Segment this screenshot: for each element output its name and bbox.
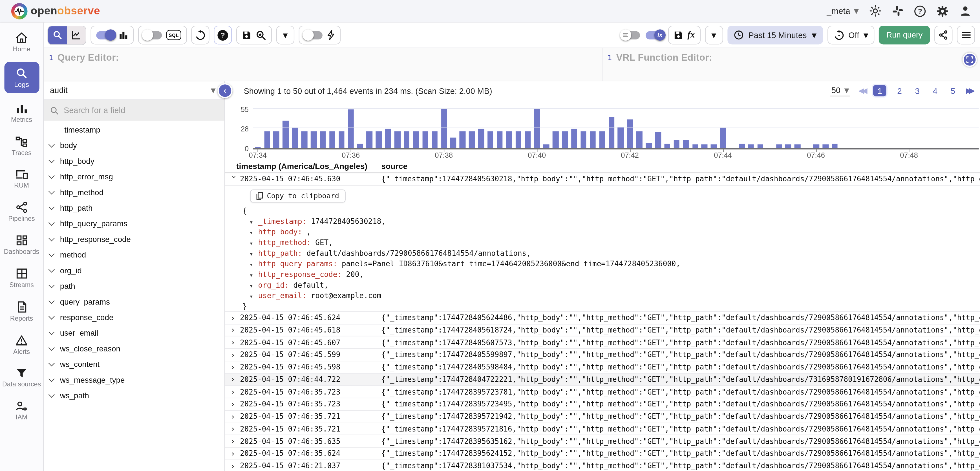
sidebar-item-iam[interactable]: IAM: [2, 397, 41, 423]
field-list-item[interactable]: http_error_msg: [44, 169, 224, 185]
page-number-button[interactable]: 1: [873, 85, 887, 96]
field-list-item[interactable]: method: [44, 247, 224, 263]
sidebar-item-home[interactable]: Home: [2, 29, 41, 55]
quick-mode-toggle[interactable]: [304, 31, 323, 39]
help-icon[interactable]: ?: [914, 5, 926, 17]
saved-views-icon[interactable]: [256, 30, 266, 40]
collapse-triangle-icon[interactable]: ▾: [250, 270, 258, 281]
table-row[interactable]: ›2025-04-15 07:46:35.624{"_timestamp":17…: [225, 447, 980, 460]
collapse-triangle-icon[interactable]: ▾: [250, 259, 258, 270]
field-list-item[interactable]: http_path: [44, 200, 224, 215]
chevron-right-icon[interactable]: ›: [231, 387, 240, 396]
table-row[interactable]: ›2025-04-15 07:46:45.618{"_timestamp":17…: [225, 324, 980, 336]
page-number-button[interactable]: 3: [913, 86, 922, 96]
chevron-right-icon[interactable]: ›: [231, 313, 240, 322]
histogram-toggle[interactable]: [96, 31, 114, 39]
chevron-right-icon[interactable]: ›: [231, 337, 240, 347]
sidebar-item-rum[interactable]: RUM: [2, 165, 41, 191]
save-function-icon[interactable]: [674, 30, 683, 40]
page-number-button[interactable]: 2: [894, 86, 904, 96]
vrl-function-toggle[interactable]: fx: [646, 31, 664, 39]
histogram-chart[interactable]: 0285507:3407:3607:3807:4007:4207:4407:46…: [225, 100, 980, 160]
share-link-button[interactable]: [934, 25, 952, 45]
collapse-triangle-icon[interactable]: ▾: [250, 249, 258, 259]
chevron-right-icon[interactable]: ›: [231, 424, 240, 433]
auto-refresh-selector[interactable]: Off ▼: [827, 25, 875, 45]
field-list-item[interactable]: user_email: [44, 325, 224, 341]
sidebar-item-data-sources[interactable]: Data sources: [2, 365, 41, 390]
field-list-item[interactable]: _timestamp: [44, 122, 224, 137]
page-number-button[interactable]: 5: [948, 86, 958, 96]
field-list-item[interactable]: org_id: [44, 263, 224, 278]
sidebar-item-dashboards[interactable]: Dashboards: [2, 231, 41, 258]
field-list-item[interactable]: http_method: [44, 185, 224, 200]
chevron-right-icon[interactable]: ›: [231, 399, 240, 409]
more-menu-button[interactable]: [957, 25, 975, 45]
table-row-expanded[interactable]: › 2025-04-15 07:46:45.630 {"_timestamp":…: [225, 173, 980, 186]
field-list-item[interactable]: response_code: [44, 309, 224, 325]
field-list-item[interactable]: ws_message_type: [44, 372, 224, 388]
sidebar-item-alerts[interactable]: Alerts: [2, 331, 41, 358]
expand-editor-button[interactable]: [963, 53, 977, 67]
field-list-item[interactable]: body: [44, 138, 224, 153]
chevron-right-icon[interactable]: ›: [231, 461, 240, 471]
query-help-button[interactable]: ?: [214, 25, 232, 45]
page-number-button[interactable]: 4: [931, 86, 940, 96]
chevron-right-icon[interactable]: ›: [231, 363, 240, 372]
field-list-item[interactable]: http_response_code: [44, 231, 224, 247]
theme-toggle-icon[interactable]: [869, 5, 881, 17]
chevron-right-icon[interactable]: ›: [231, 449, 240, 458]
field-search-input[interactable]: [64, 106, 201, 115]
sidebar-item-reports[interactable]: Reports: [2, 298, 41, 325]
chevron-right-icon[interactable]: ›: [231, 325, 240, 335]
user-account-icon[interactable]: [959, 5, 971, 17]
table-row[interactable]: ›2025-04-15 07:46:35.723{"_timestamp":17…: [225, 398, 980, 411]
table-row[interactable]: ›2025-04-15 07:46:21.037{"_timestamp":17…: [225, 460, 980, 471]
field-list-item[interactable]: ws_path: [44, 388, 224, 403]
sidebar-item-logs[interactable]: Logs: [4, 62, 39, 93]
collapse-triangle-icon[interactable]: ▾: [250, 291, 258, 302]
save-icon[interactable]: [242, 30, 251, 40]
reset-filters-button[interactable]: [191, 25, 209, 45]
collapse-triangle-icon[interactable]: ▾: [250, 228, 258, 238]
table-row[interactable]: ›2025-04-15 07:46:35.721{"_timestamp":17…: [225, 423, 980, 436]
openobserve-logo[interactable]: openobserve: [11, 3, 100, 19]
chevron-expanded-icon[interactable]: ›: [230, 175, 239, 184]
settings-gear-icon[interactable]: [936, 5, 949, 17]
collapse-triangle-icon[interactable]: ▾: [250, 281, 258, 291]
wrap-lines-toggle[interactable]: [622, 31, 640, 39]
chevron-right-icon[interactable]: ›: [231, 412, 240, 421]
collapse-triangle-icon[interactable]: ▾: [250, 217, 258, 228]
table-row[interactable]: ›2025-04-15 07:46:35.721{"_timestamp":17…: [225, 411, 980, 423]
table-row[interactable]: ›2025-04-15 07:46:45.598{"_timestamp":17…: [225, 361, 980, 374]
field-list-item[interactable]: http_body: [44, 153, 224, 169]
sidebar-item-pipelines[interactable]: Pipelines: [2, 198, 41, 224]
collapse-triangle-icon[interactable]: ▾: [250, 238, 258, 249]
table-row[interactable]: ›2025-04-15 07:46:35.723{"_timestamp":17…: [225, 386, 980, 398]
sidebar-item-streams[interactable]: Streams: [2, 264, 41, 291]
collapse-fields-button[interactable]: ‹: [217, 83, 232, 98]
query-editor[interactable]: 1 Query Editor:: [44, 48, 603, 81]
function-fx-icon[interactable]: fx: [687, 30, 695, 40]
chevron-right-icon[interactable]: ›: [231, 437, 240, 446]
sql-mode-toggle[interactable]: [144, 31, 162, 39]
field-list-item[interactable]: http_query_params: [44, 216, 224, 231]
time-range-picker[interactable]: Past 15 Minutes ▼: [727, 25, 822, 45]
table-row[interactable]: ›2025-04-15 07:46:35.635{"_timestamp":17…: [225, 435, 980, 447]
sidebar-item-metrics[interactable]: Metrics: [2, 100, 41, 126]
slack-icon[interactable]: [891, 5, 904, 17]
chevron-right-icon[interactable]: ›: [231, 375, 240, 384]
saved-views-dropdown[interactable]: ▼: [276, 25, 294, 45]
organization-selector[interactable]: _meta ▼: [827, 6, 859, 16]
field-list-item[interactable]: query_params: [44, 294, 224, 309]
stream-selector[interactable]: audit ▼: [44, 81, 224, 100]
first-page-button[interactable]: ◀◀: [859, 86, 865, 95]
field-list-item[interactable]: ws_close_reason: [44, 341, 224, 356]
table-row[interactable]: ›2025-04-15 07:46:45.599{"_timestamp":17…: [225, 349, 980, 361]
field-list-item[interactable]: ws_content: [44, 356, 224, 372]
visualize-mode-button[interactable]: [67, 26, 86, 44]
run-query-button[interactable]: Run query: [879, 25, 930, 45]
next-page-button[interactable]: ▶▶: [966, 86, 972, 95]
search-mode-button[interactable]: [48, 26, 67, 44]
copy-to-clipboard-button[interactable]: Copy to clipboard: [250, 189, 345, 202]
